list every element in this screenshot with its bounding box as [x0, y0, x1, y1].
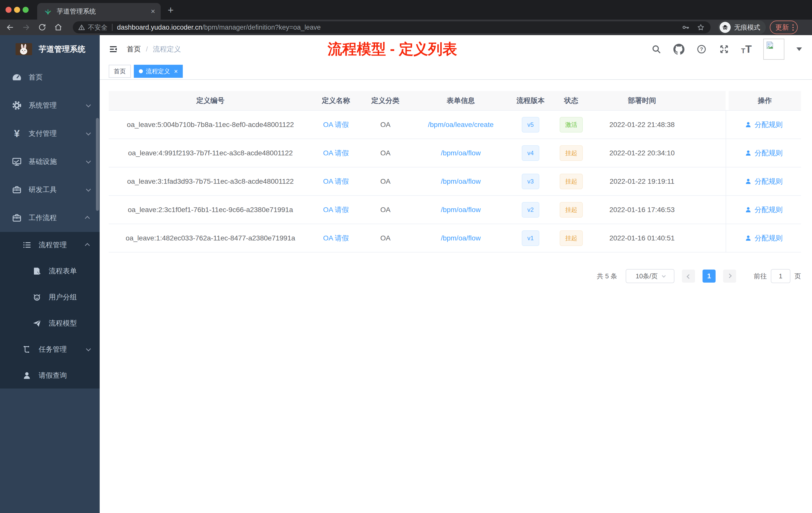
cell-deploy-time: 2022-01-22 21:48:38: [592, 111, 692, 139]
app-logo[interactable]: 芋道管理系统: [0, 35, 100, 63]
sidebar-item-process-management[interactable]: 流程管理: [0, 232, 100, 258]
table-row: oa_leave:1:482ec033-762a-11ec-8477-a2380…: [109, 224, 801, 252]
assign-rule-button[interactable]: 分配规则: [745, 120, 783, 129]
url-text[interactable]: dashboard.yudao.iocoder.cn/bpm/manager/d…: [117, 24, 321, 31]
cell-category: OA: [360, 224, 411, 252]
sidebar-item-system-management[interactable]: 系统管理: [0, 91, 100, 119]
sidebar-item-infrastructure[interactable]: 基础设施: [0, 148, 100, 176]
tag-process-definition[interactable]: 流程定义 ×: [134, 65, 183, 78]
close-window-button[interactable]: [5, 7, 11, 13]
paper-plane-icon: [31, 318, 43, 329]
list-tree-icon: [21, 239, 33, 251]
pagination-total: 共 5 条: [597, 272, 617, 280]
bookmark-star-icon[interactable]: [696, 23, 705, 32]
search-icon[interactable]: [651, 44, 662, 55]
app-header: 首页 / 流程定义 流程模型 - 定义列表 ?: [100, 35, 812, 63]
chevron-down-icon: [86, 346, 91, 351]
tab-close-icon[interactable]: ×: [151, 7, 155, 15]
col-filler: [692, 91, 726, 110]
security-warning[interactable]: 不安全: [78, 23, 108, 32]
incognito-icon: [720, 22, 731, 33]
favicon-plant-icon: [44, 7, 52, 16]
sidebar-item-dev-tools[interactable]: 研发工具: [0, 176, 100, 204]
assign-rule-button[interactable]: 分配规则: [745, 205, 783, 215]
tag-close-icon[interactable]: ×: [174, 68, 178, 74]
assign-rule-button[interactable]: 分配规则: [745, 148, 783, 158]
fullscreen-icon[interactable]: [719, 44, 730, 55]
col-status: 状态: [551, 91, 592, 110]
breadcrumb-current: 流程定义: [153, 44, 181, 54]
browser-window: 芋道管理系统 × + 不安全: [0, 0, 812, 513]
status-badge: 激活: [560, 117, 583, 132]
form-link[interactable]: /bpm/oa/leave/create: [428, 121, 494, 129]
incognito-badge: 无痕模式: [718, 20, 766, 34]
url-divider: [112, 24, 113, 31]
browser-update-menu-button[interactable]: 更新: [770, 21, 798, 34]
sidebar-item-leave-query[interactable]: 请假查询: [0, 362, 100, 389]
breadcrumb-home[interactable]: 首页: [127, 44, 141, 54]
password-key-icon[interactable]: [682, 23, 690, 32]
form-link[interactable]: /bpm/oa/flow: [441, 177, 481, 185]
back-icon[interactable]: [5, 22, 15, 32]
minimize-window-button[interactable]: [14, 7, 20, 13]
font-size-icon[interactable]: TT: [741, 44, 752, 55]
annotation-title: 流程模型 - 定义列表: [328, 39, 457, 59]
next-page-button[interactable]: [723, 270, 736, 282]
table-row: oa_leave:5:004b710b-7b8a-11ec-8ef0-acde4…: [109, 111, 801, 139]
person-icon: [745, 149, 752, 157]
goto-page-input[interactable]: 1: [771, 269, 790, 283]
definition-name-link[interactable]: OA 请假: [323, 120, 349, 129]
sidebar-item-task-management[interactable]: 任务管理: [0, 336, 100, 362]
form-link[interactable]: /bpm/oa/flow: [441, 234, 481, 242]
assign-rule-button[interactable]: 分配规则: [745, 233, 783, 243]
github-icon[interactable]: [673, 44, 685, 55]
definition-name-link[interactable]: OA 请假: [323, 233, 349, 243]
page-number-button[interactable]: 1: [702, 270, 716, 282]
help-icon[interactable]: ?: [696, 44, 707, 55]
sidebar-item-home[interactable]: 首页: [0, 63, 100, 91]
definition-name-link[interactable]: OA 请假: [323, 177, 349, 186]
page-size-select[interactable]: 10条/页: [626, 269, 674, 283]
document-edit-icon: [31, 265, 43, 277]
address-bar[interactable]: 不安全 dashboard.yudao.iocoder.cn/bpm/manag…: [73, 21, 710, 33]
person-icon: [745, 121, 752, 128]
breadcrumb-separator: /: [146, 45, 148, 53]
prev-page-button[interactable]: [682, 270, 695, 282]
sidebar-item-workflow[interactable]: 工作流程: [0, 204, 100, 232]
home-icon[interactable]: [53, 22, 63, 32]
sidebar-fold-icon[interactable]: [108, 44, 118, 54]
broken-image-icon: [765, 41, 774, 50]
sidebar-item-user-groups[interactable]: 用户分组: [0, 284, 100, 310]
sidebar: 芋道管理系统 首页 系统管理 ¥ 支付管理: [0, 35, 100, 513]
sidebar-item-process-form[interactable]: 流程表单: [0, 258, 100, 284]
monitor-icon: [11, 156, 23, 168]
chevron-down-icon: [86, 130, 91, 135]
tag-home[interactable]: 首页: [109, 65, 131, 78]
assign-rule-button[interactable]: 分配规则: [745, 177, 783, 186]
cell-category: OA: [360, 196, 411, 223]
avatar[interactable]: [763, 39, 784, 60]
app-title: 芋道管理系统: [39, 44, 85, 55]
warning-triangle-icon: [78, 24, 85, 31]
cell-deploy-time: 2022-01-22 19:19:11: [592, 168, 692, 195]
definition-name-link[interactable]: OA 请假: [323, 205, 349, 215]
window-controls[interactable]: [5, 7, 29, 13]
pagination: 共 5 条 10条/页 1 前往 1 页: [109, 269, 801, 283]
logo-rabbit-image: [16, 43, 32, 55]
avatar-caret-icon[interactable]: [796, 48, 802, 51]
sidebar-item-payment-management[interactable]: ¥ 支付管理: [0, 119, 100, 148]
dashboard-gauge-icon: [11, 71, 23, 83]
version-badge: v1: [522, 231, 539, 246]
new-tab-button[interactable]: +: [168, 4, 174, 16]
forward-icon[interactable]: [21, 22, 31, 32]
sidebar-item-process-model[interactable]: 流程模型: [0, 310, 100, 336]
form-link[interactable]: /bpm/oa/flow: [441, 149, 481, 157]
sidebar-scrollbar-thumb[interactable]: [96, 118, 99, 211]
cell-definition-id: oa_leave:3:1fad3d93-7b75-11ec-a3c8-acde4…: [109, 168, 312, 195]
definition-name-link[interactable]: OA 请假: [323, 148, 349, 158]
chevron-right-icon: [727, 273, 731, 278]
zoom-window-button[interactable]: [23, 7, 29, 13]
form-link[interactable]: /bpm/oa/flow: [441, 206, 481, 214]
browser-tab[interactable]: 芋道管理系统 ×: [37, 3, 161, 20]
reload-icon[interactable]: [37, 22, 47, 32]
